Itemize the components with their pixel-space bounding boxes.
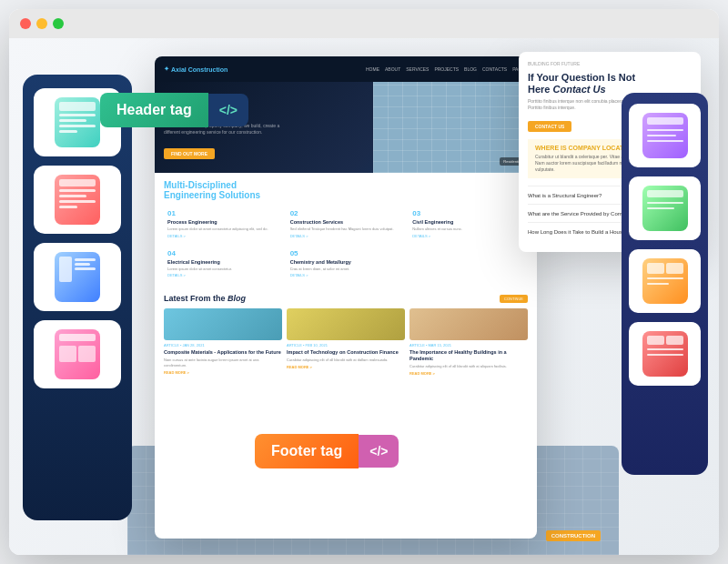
browser-titlebar <box>9 9 719 38</box>
footer-tag-badge: </> <box>359 435 399 468</box>
faq-item-label-3: How Long Does it Take to Build a House? <box>528 229 629 235</box>
services-title: Multi-Disciplined Engineering Solutions <box>164 180 528 200</box>
right-icon-inner-2 <box>642 186 688 231</box>
blog-desc-3: Curabitur adipiscing elit of all blandit… <box>410 364 528 369</box>
service-link-4[interactable]: DETAILS > <box>167 273 279 277</box>
left-icon-item-2[interactable] <box>34 166 121 234</box>
header-tag: Header tag </> <box>100 93 248 127</box>
left-icon-inner-4 <box>55 329 100 379</box>
blog-category-2: ARTICLE • FEB 10, 2021 <box>287 343 405 347</box>
left-sidebar <box>23 75 132 520</box>
service-num-5: 05 <box>290 249 402 257</box>
service-name-3: Civil Engineering <box>412 219 524 225</box>
service-name-2: Construction Services <box>290 219 402 225</box>
header-tag-badge: </> <box>208 94 248 126</box>
blog-read-more-1[interactable]: READ MORE > <box>164 370 282 375</box>
nav-home[interactable]: HOME <box>366 66 379 72</box>
left-icon-item-4[interactable] <box>34 320 121 388</box>
nav-services[interactable]: SERVICES <box>406 66 429 72</box>
service-item-1: 01 Process Engineering Lorem ipsum dolor… <box>164 206 283 242</box>
blog-title-2: Impact of Technology on Construction Fin… <box>287 349 405 356</box>
right-sidebar <box>622 93 708 475</box>
nav-about[interactable]: ABOUT <box>385 66 400 72</box>
nav-projects[interactable]: PROJECTS <box>434 66 459 72</box>
nav-logo: ✦ Axial Construction <box>164 65 228 73</box>
blog-title-3: The Importance of Healthy Buildings in a… <box>410 349 528 362</box>
blog-read-more-3[interactable]: READ MORE > <box>410 371 528 376</box>
hero-building-image: Residential liv... <box>373 82 537 173</box>
blog-category-1: ARTICLE • JAN 28, 2021 <box>164 343 282 347</box>
service-item-5: 05 Chemistry and Metallurgy Cras at lore… <box>287 246 406 282</box>
service-name-5: Chemistry and Metallurgy <box>290 259 402 265</box>
hero-cta-button[interactable]: FIND OUT MORE <box>164 148 215 159</box>
faq-section-label: BUILDING FOR FUTURE <box>528 61 692 66</box>
footer-tag-label: Footer tag <box>255 434 359 468</box>
service-desc-1: Lorem ipsum dolor sit amet consectetur a… <box>167 227 279 232</box>
blog-header: Latest From the Blog CONTINUE <box>164 294 528 303</box>
service-num-2: 02 <box>290 209 402 217</box>
blog-image-2 <box>287 308 405 340</box>
blog-read-more-2[interactable]: READ MORE > <box>287 365 405 369</box>
service-name-4: Electrical Engineering <box>167 259 279 265</box>
service-item-3: 03 Civil Engineering Nullam ultrices et … <box>409 206 528 242</box>
blog-more-button[interactable]: CONTINUE <box>500 295 528 303</box>
right-icon-inner-1 <box>642 113 688 158</box>
right-icon-inner-4 <box>642 331 688 377</box>
left-icon-inner-3 <box>55 252 100 302</box>
blog-desc-2: Curabitur adipiscing elit of all blandit… <box>287 358 405 363</box>
nav-contacts[interactable]: CONTACTS <box>482 66 507 72</box>
blog-grid: ARTICLE • JAN 28, 2021 Composite Materia… <box>164 308 528 376</box>
blog-image-3 <box>410 308 528 340</box>
left-icon-inner-1 <box>55 97 100 147</box>
blog-item-1: ARTICLE • JAN 28, 2021 Composite Materia… <box>164 308 282 376</box>
blog-desc-1: Nam cursus at ante lacinia augue lorem i… <box>164 358 282 368</box>
service-desc-2: Sed eleifend Tristique hendrerit hac Mag… <box>290 227 402 232</box>
building-sign: CONSTRUCTION <box>546 530 601 541</box>
right-icon-item-3[interactable] <box>629 249 701 313</box>
service-item-2: 02 Construction Services Sed eleifend Tr… <box>287 206 406 242</box>
browser-dot-yellow[interactable] <box>36 18 47 29</box>
service-num-1: 01 <box>167 209 279 217</box>
browser-window: Header tag </> ✦ Axial Construction HOME… <box>9 9 719 555</box>
website-nav: ✦ Axial Construction HOME ABOUT SERVICES… <box>155 56 537 82</box>
left-icon-item-3[interactable] <box>34 243 121 311</box>
service-link-3[interactable]: DETAILS > <box>412 234 524 238</box>
left-icon-inner-2 <box>55 175 100 225</box>
browser-content: Header tag </> ✦ Axial Construction HOME… <box>9 38 719 555</box>
header-tag-label: Header tag <box>100 93 208 127</box>
blog-category-3: ARTICLE • MAR 15, 2021 <box>410 343 528 347</box>
blog-item-2: ARTICLE • FEB 10, 2021 Impact of Technol… <box>287 308 405 376</box>
blog-item-3: ARTICLE • MAR 15, 2021 The Importance of… <box>410 308 528 376</box>
right-icon-inner-3 <box>642 258 688 304</box>
right-icon-item-1[interactable] <box>629 104 701 167</box>
services-grid: 01 Process Engineering Lorem ipsum dolor… <box>164 206 528 281</box>
faq-contact-button[interactable]: CONTACT US <box>528 121 571 132</box>
browser-dot-red[interactable] <box>20 18 31 29</box>
website-services: Multi-Disciplined Engineering Solutions … <box>155 173 537 288</box>
nav-links: HOME ABOUT SERVICES PROJECTS BLOG CONTAC… <box>366 66 528 72</box>
blog-image-1 <box>164 308 282 340</box>
website-blog: Latest From the Blog CONTINUE ARTICLE • … <box>155 288 537 381</box>
service-link-5[interactable]: DETAILS > <box>290 273 402 277</box>
blog-title: Latest From the Blog <box>164 294 246 303</box>
service-desc-5: Cras at lorem diam, at solor mi amet. <box>290 267 402 272</box>
service-desc-4: Lorem ipsum dolor sit amet consectetur. <box>167 267 279 272</box>
service-link-1[interactable]: DETAILS > <box>167 234 279 238</box>
service-link-2[interactable]: DETAILS > <box>290 234 402 238</box>
browser-dot-green[interactable] <box>53 18 64 29</box>
service-item-4: 04 Electrical Engineering Lorem ipsum do… <box>164 246 283 282</box>
faq-item-label-1: What is a Structural Engineer? <box>528 193 602 198</box>
nav-blog[interactable]: BLOG <box>464 66 477 72</box>
blog-title-1: Composite Materials - Applications for t… <box>164 349 282 356</box>
service-num-3: 03 <box>412 209 524 217</box>
service-num-4: 04 <box>167 249 279 257</box>
service-desc-3: Nullam ultrices et cursus nunc. <box>412 227 524 232</box>
service-name-1: Process Engineering <box>167 219 279 225</box>
footer-tag: Footer tag </> <box>255 434 399 468</box>
right-icon-item-2[interactable] <box>629 176 701 240</box>
right-icon-item-4[interactable] <box>629 322 701 386</box>
